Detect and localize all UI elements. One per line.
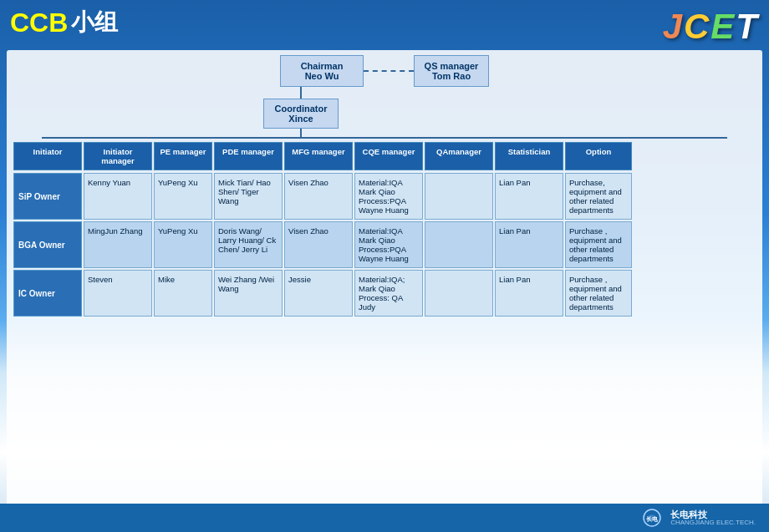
col-header-4: MFG manager — [284, 142, 353, 170]
footer: 长电 长电科技 CHANGJIANG ELEC.TECH. — [0, 504, 769, 532]
row-1-cell-1: YuPeng Xu — [154, 221, 212, 268]
col-header-7: Statistician — [495, 142, 563, 170]
row-0-cell-2: Mick Tian/ Hao Shen/ Tiger Wang — [214, 173, 283, 220]
jcet-logo: JCET — [663, 7, 759, 47]
vertical-line-1 — [300, 87, 302, 99]
chairman-row: Chairman Neo Wu QS manager Tom Rao — [280, 55, 489, 87]
data-row-2: IC Owner Steven Mike Wei Zhang /Wei Wang… — [13, 270, 756, 317]
row-0-cell-3: Visen Zhao — [284, 173, 353, 220]
col-header-8: Option — [565, 142, 632, 170]
row-2-cell-0: Steven — [84, 270, 152, 317]
data-row-1: BGA Owner MingJun Zhang YuPeng Xu Doris … — [13, 221, 756, 268]
title-area: CCB 小组 — [10, 7, 118, 38]
row-2-cell-6: Purchase , equipment and other related d… — [565, 270, 632, 317]
col-header-2: PE manager — [154, 142, 212, 170]
col-header-3: PDE manager — [214, 142, 283, 170]
col-header-6: QAmanager — [425, 142, 493, 170]
dashed-connector — [364, 70, 414, 72]
row-1-cell-2: Doris Wang/ Larry Huang/ Ck Chen/ Jerry … — [214, 221, 283, 268]
footer-company-en: CHANGJIANG ELEC.TECH. — [670, 519, 756, 527]
title-rest: 小组 — [71, 7, 118, 38]
horizontal-branch-line — [42, 137, 727, 139]
coordinator-box: Coordinator Xince — [263, 99, 339, 129]
row-1-cell-3: Visen Zhao — [284, 221, 353, 268]
row-1-cell-0: MingJun Zhang — [84, 221, 152, 268]
org-chart: Chairman Neo Wu QS manager Tom Rao Coord… — [13, 55, 756, 139]
chairman-box: Chairman Neo Wu — [280, 55, 364, 87]
col-header-1: Initiator manager — [84, 142, 152, 170]
row-0-label: SiP Owner — [13, 173, 82, 220]
row-0-cell-5: Lian Pan — [495, 173, 563, 220]
row-0-cell-4: Material:IQA Mark Qiao Process:PQA Wayne… — [354, 173, 423, 220]
footer-company-cn: 长电科技 — [670, 509, 756, 519]
row-1-cell-6: Purchase , equipment and other related d… — [565, 221, 632, 268]
row-0-cell-6: Purchase, equipment and other related de… — [565, 173, 632, 220]
svg-text:长电: 长电 — [646, 515, 659, 522]
row-0-cell-0: Kenny Yuan — [84, 173, 152, 220]
footer-text: 长电科技 CHANGJIANG ELEC.TECH. — [670, 509, 756, 527]
row-2-cell-2: Wei Zhang /Wei Wang — [214, 270, 283, 317]
ccb-highlight: CCB — [10, 8, 68, 38]
col-header-0: Initiator — [13, 142, 82, 170]
vertical-line-2 — [300, 129, 302, 137]
col-header-5: CQE manager — [354, 142, 423, 170]
row-2-cell-1: Mike — [154, 270, 212, 317]
row-2-cell-5: Lian Pan — [495, 270, 563, 317]
data-row-0: SiP Owner Kenny Yuan YuPeng Xu Mick Tian… — [13, 173, 756, 220]
row-1-cell-5: Lian Pan — [495, 221, 563, 268]
column-headers: Initiator Initiator manager PE manager P… — [13, 142, 756, 170]
header: CCB 小组 JCET — [0, 0, 769, 47]
row-1-label: BGA Owner — [13, 221, 82, 268]
row-2-cell-4: Material:IQA; Mark Qiao Process: QA Judy — [354, 270, 423, 317]
footer-content: 长电 长电科技 CHANGJIANG ELEC.TECH. — [640, 508, 756, 528]
row-1-cell-4: Material:IQA Mark Qiao Process:PQA Wayne… — [354, 221, 423, 268]
qs-manager-box: QS manager Tom Rao — [414, 55, 489, 87]
main-content: Chairman Neo Wu QS manager Tom Rao Coord… — [7, 50, 762, 523]
company-logo-icon: 长电 — [640, 508, 664, 528]
row-2-cell-3: Jessie — [284, 270, 353, 317]
row-2-label: IC Owner — [13, 270, 82, 317]
row-0-cell-1: YuPeng Xu — [154, 173, 212, 220]
